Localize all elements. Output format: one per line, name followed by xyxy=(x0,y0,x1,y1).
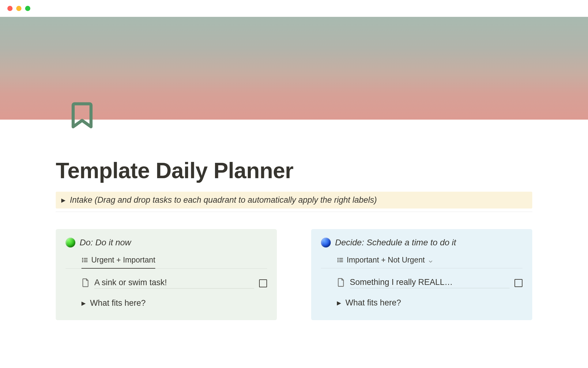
quadrant-header: Decide: Schedule a time to do it xyxy=(321,238,522,247)
task-checkbox[interactable] xyxy=(514,279,522,287)
toggle-label: What fits here? xyxy=(345,298,401,308)
toggle-triangle-icon[interactable]: ▶ xyxy=(61,197,66,204)
page-icon-bookmark[interactable] xyxy=(67,100,97,131)
view-tab-label: Important + Not Urgent xyxy=(347,255,425,264)
task-title[interactable]: A sink or swim task! xyxy=(94,278,254,289)
window-titlebar xyxy=(0,0,588,17)
view-tabs: Urgent + Important xyxy=(66,255,267,269)
view-tabs: Important + Not Urgent xyxy=(321,255,522,268)
close-icon[interactable] xyxy=(7,6,13,11)
chevron-down-icon[interactable] xyxy=(428,257,433,263)
bookmark-icon xyxy=(67,100,97,131)
svg-point-0 xyxy=(82,258,83,259)
task-row[interactable]: Something I really REALL… xyxy=(321,268,522,288)
toggle-triangle-icon: ▶ xyxy=(81,300,86,307)
page-icon xyxy=(337,278,345,288)
task-checkbox[interactable] xyxy=(259,279,267,287)
task-title[interactable]: Something I really REALL… xyxy=(350,278,510,288)
what-fits-toggle[interactable]: ▶ What fits here? xyxy=(66,289,267,308)
quadrant-do: Do: Do it now Urgent + Important xyxy=(56,229,277,320)
quadrant-header: Do: Do it now xyxy=(66,238,267,247)
intake-callout[interactable]: ▶ Intake (Drag and drop tasks to each qu… xyxy=(56,192,532,209)
svg-point-6 xyxy=(338,258,338,259)
quadrant-decide: Decide: Schedule a time to do it Importa… xyxy=(311,229,532,320)
svg-point-2 xyxy=(82,260,83,260)
page-title[interactable]: Template Daily Planner xyxy=(56,158,532,183)
divider xyxy=(56,212,532,212)
svg-point-4 xyxy=(82,261,83,262)
callout-text: Intake (Drag and drop tasks to each quad… xyxy=(70,195,377,205)
quadrant-grid: Do: Do it now Urgent + Important xyxy=(56,229,532,320)
minimize-icon[interactable] xyxy=(16,6,21,11)
list-icon xyxy=(337,257,344,263)
view-tab-important-not-urgent[interactable]: Important + Not Urgent xyxy=(337,255,433,268)
page-icon xyxy=(81,278,89,289)
what-fits-toggle[interactable]: ▶ What fits here? xyxy=(321,288,522,308)
toggle-label: What fits here? xyxy=(90,298,146,308)
view-tab-urgent-important[interactable]: Urgent + Important xyxy=(81,255,155,269)
app-window: Template Daily Planner ▶ Intake (Drag an… xyxy=(0,0,588,368)
toggle-triangle-icon: ▶ xyxy=(337,300,341,306)
quadrant-title[interactable]: Decide: Schedule a time to do it xyxy=(335,238,456,247)
list-icon xyxy=(81,257,88,263)
quadrant-title[interactable]: Do: Do it now xyxy=(80,238,131,247)
task-row[interactable]: A sink or swim task! xyxy=(66,269,267,289)
blue-circle-icon xyxy=(321,238,331,247)
maximize-icon[interactable] xyxy=(25,6,30,11)
green-circle-icon xyxy=(66,238,75,247)
page-content: Template Daily Planner ▶ Intake (Drag an… xyxy=(0,120,588,320)
svg-point-8 xyxy=(338,260,338,260)
view-tab-label: Urgent + Important xyxy=(91,255,155,264)
svg-point-10 xyxy=(338,261,338,262)
